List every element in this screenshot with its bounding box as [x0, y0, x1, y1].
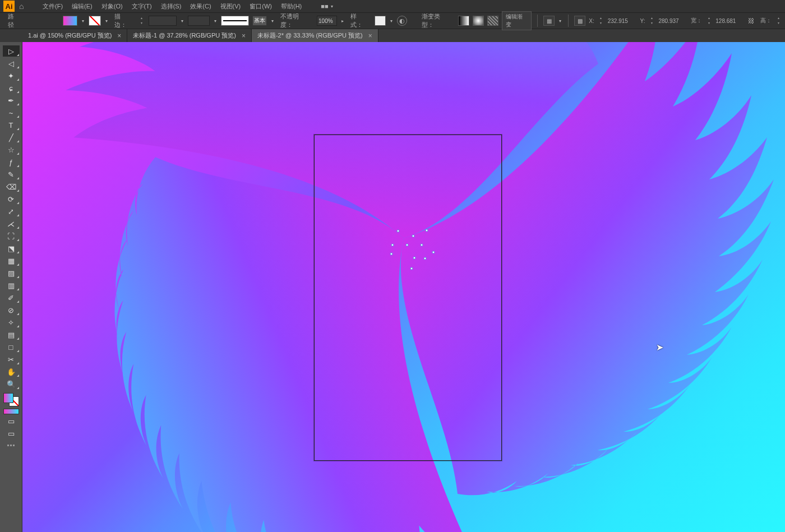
- line-tool[interactable]: ╱: [3, 132, 20, 143]
- transform-button[interactable]: ▩: [574, 16, 585, 26]
- chevron-right-icon[interactable]: ▸: [340, 18, 345, 24]
- paintbrush-tool[interactable]: ƒ: [3, 156, 20, 168]
- stroke-dropdown-caret[interactable]: ▾: [104, 18, 109, 24]
- slice-tool[interactable]: ✂: [3, 354, 20, 365]
- gradient-tool[interactable]: ▥: [3, 280, 20, 291]
- radial-gradient-button[interactable]: [473, 16, 484, 26]
- width-value[interactable]: 128.681: [715, 18, 745, 24]
- stroke-stepper[interactable]: ▴▾: [138, 16, 145, 26]
- height-stepper[interactable]: ▴▾: [775, 16, 782, 26]
- chevron-down-icon[interactable]: ▾: [558, 18, 562, 24]
- chevron-down-icon: ▾: [331, 4, 333, 9]
- close-icon[interactable]: ×: [368, 32, 372, 40]
- menu-help[interactable]: 帮助(H): [276, 2, 306, 11]
- document-tab-3[interactable]: 未标题-2* @ 33.33% (RGB/GPU 预览) ×: [252, 29, 378, 42]
- app-logo: Ai: [3, 1, 15, 12]
- menu-select[interactable]: 选择(S): [156, 2, 186, 11]
- type-tool[interactable]: T: [3, 119, 20, 131]
- home-icon[interactable]: ⌂: [19, 2, 30, 11]
- recolor-artwork-icon[interactable]: ◐: [397, 16, 407, 26]
- menu-edit[interactable]: 编辑(E): [67, 2, 97, 11]
- eraser-tool[interactable]: ⌫: [3, 181, 20, 192]
- y-value[interactable]: 280.937: [658, 18, 687, 24]
- y-label: Y:: [640, 18, 645, 24]
- symbol-sprayer-tool[interactable]: ✧: [3, 317, 20, 328]
- cursor-icon: ➤: [656, 342, 663, 353]
- opacity-input[interactable]: [317, 16, 337, 26]
- menu-object[interactable]: 对象(O): [97, 2, 127, 11]
- link-wh-icon[interactable]: ⛓: [748, 17, 757, 24]
- artwork-swirl: [22, 42, 785, 532]
- variable-width-profile[interactable]: [188, 16, 210, 26]
- chevron-down-icon[interactable]: ▾: [213, 18, 218, 24]
- opacity-label: 不透明度：: [278, 12, 313, 29]
- workspace-label: ■■: [321, 3, 328, 10]
- stroke-weight-label: 描边：: [112, 12, 135, 29]
- align-button[interactable]: ▦: [543, 16, 555, 26]
- freeform-gradient-button[interactable]: [487, 16, 498, 26]
- fill-color-swatch[interactable]: [3, 393, 13, 403]
- document-tab-2[interactable]: 未标题-1 @ 37.28% (RGB/GPU 预览) ×: [127, 29, 252, 42]
- gradient-strip[interactable]: [3, 409, 19, 414]
- screen-mode[interactable]: ▭: [3, 428, 20, 439]
- direct-selection-tool[interactable]: ◁: [3, 58, 20, 69]
- menu-view[interactable]: 视图(V): [216, 2, 246, 11]
- column-graph-tool[interactable]: ▤: [3, 329, 20, 340]
- y-stepper[interactable]: ▴▾: [649, 16, 655, 26]
- shape-builder-tool[interactable]: ⬔: [3, 243, 20, 254]
- fill-swatch[interactable]: [63, 16, 77, 26]
- edit-gradient-button[interactable]: 编辑渐变: [502, 11, 532, 30]
- shape-tool[interactable]: ☆: [3, 144, 20, 155]
- rotate-tool[interactable]: ⟳: [3, 193, 20, 205]
- height-label: 高：: [760, 17, 772, 25]
- graphic-style-swatch[interactable]: [375, 16, 386, 26]
- fill-dropdown-caret[interactable]: ▾: [81, 18, 85, 24]
- brush-definition[interactable]: [221, 16, 249, 26]
- free-transform-tool[interactable]: ⛶: [3, 230, 20, 242]
- tab-label: 1.ai @ 150% (RGB/GPU 预览): [28, 31, 112, 40]
- x-value[interactable]: 232.915: [608, 18, 637, 24]
- width-tool[interactable]: ⋌: [3, 218, 20, 229]
- hand-tool[interactable]: ✋: [3, 366, 20, 377]
- stroke-swatch[interactable]: [89, 16, 101, 26]
- blend-tool[interactable]: ⊘: [3, 304, 20, 316]
- magic-wand-tool[interactable]: ✦: [3, 70, 20, 81]
- scale-tool[interactable]: ⤢: [3, 206, 20, 217]
- close-icon[interactable]: ×: [117, 32, 121, 40]
- width-label: 宽：: [691, 17, 702, 25]
- tab-label: 未标题-2* @ 33.33% (RGB/GPU 预览): [257, 31, 363, 40]
- selection-type-label: 路径: [6, 12, 22, 29]
- mesh-tool[interactable]: ▨: [3, 267, 20, 279]
- tools-panel: ▷◁✦ɕ✒~T╱☆ƒ✎⌫⟳⤢⋌⛶⬔▦▨▥✐⊘✧▤□✂✋🔍▭▭: [0, 42, 22, 532]
- workspace-switcher[interactable]: ■■ ▾: [317, 3, 336, 10]
- selection-tool[interactable]: ▷: [3, 45, 20, 57]
- style-label: 样式：: [348, 12, 371, 29]
- chevron-down-icon[interactable]: ▾: [389, 18, 394, 24]
- chevron-down-icon[interactable]: ▾: [270, 18, 275, 24]
- fill-stroke-swatches[interactable]: [3, 393, 19, 406]
- menu-window[interactable]: 窗口(W): [245, 2, 276, 11]
- stroke-weight-input[interactable]: [149, 16, 177, 26]
- linear-gradient-button[interactable]: [458, 16, 469, 26]
- perspective-grid-tool[interactable]: ▦: [3, 255, 20, 266]
- zoom-tool[interactable]: 🔍: [3, 378, 20, 390]
- eyedropper-tool[interactable]: ✐: [3, 292, 20, 303]
- edit-toolbar-icon[interactable]: [3, 445, 19, 446]
- canvas-area[interactable]: ➤: [22, 42, 785, 532]
- lasso-tool[interactable]: ɕ: [3, 82, 20, 94]
- pencil-tool[interactable]: ✎: [3, 169, 20, 180]
- document-tab-1[interactable]: 1.ai @ 150% (RGB/GPU 预览) ×: [22, 29, 127, 42]
- menu-type[interactable]: 文字(T): [127, 2, 156, 11]
- pen-tool[interactable]: ✒: [3, 95, 20, 106]
- draw-mode-normal[interactable]: ▭: [3, 415, 20, 427]
- x-label: X:: [589, 18, 594, 24]
- menu-effect[interactable]: 效果(C): [186, 2, 215, 11]
- artboard-tool[interactable]: □: [3, 341, 20, 353]
- x-stepper[interactable]: ▴▾: [598, 16, 604, 26]
- gradient-type-label: 渐变类型：: [419, 12, 455, 29]
- chevron-down-icon[interactable]: ▾: [180, 18, 184, 24]
- width-stepper[interactable]: ▴▾: [705, 16, 712, 26]
- curvature-tool[interactable]: ~: [3, 107, 20, 118]
- close-icon[interactable]: ×: [242, 32, 246, 40]
- menu-file[interactable]: 文件(F): [38, 2, 67, 11]
